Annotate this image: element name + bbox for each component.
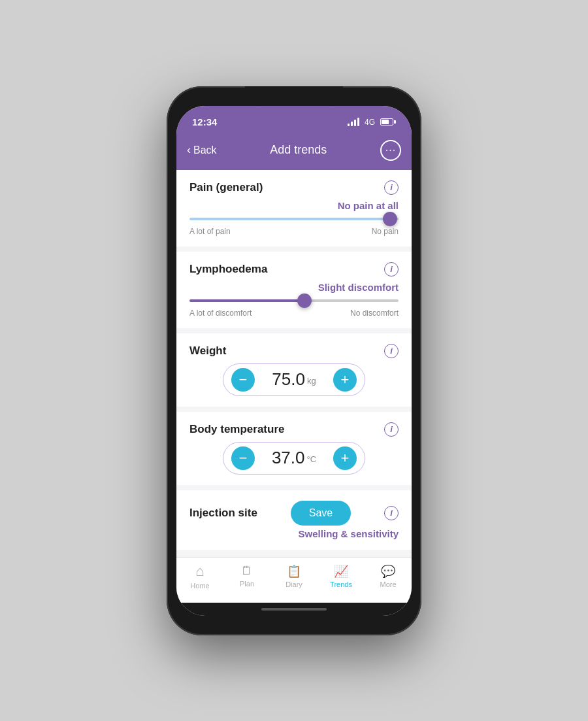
weight-unit: kg xyxy=(307,376,316,386)
pain-slider-container[interactable] xyxy=(189,218,399,220)
lymphoedema-slider-thumb xyxy=(297,293,312,308)
injection-info-button[interactable]: i xyxy=(384,506,399,520)
back-label: Back xyxy=(193,144,217,156)
weight-stepper-container: − 75.0kg + xyxy=(189,363,399,396)
temperature-stepper-container: − 37.0°C + xyxy=(189,442,399,475)
temperature-section: Body temperature i − 37.0°C + xyxy=(176,412,412,485)
temperature-increment-button[interactable]: + xyxy=(333,446,357,470)
phone-screen: 12:34 4G ‹ Ba xyxy=(176,106,412,616)
weight-section: Weight i − 75.0kg + xyxy=(176,333,412,407)
bottom-nav: ⌂ Home 🗒 Plan 📋 Diary 📈 Trends 💬 More xyxy=(176,557,412,603)
app-header: ‹ Back Add trends ··· xyxy=(176,135,412,170)
nav-plan-label: Plan xyxy=(240,580,254,588)
nav-item-home[interactable]: ⌂ Home xyxy=(184,563,216,590)
nav-item-more[interactable]: 💬 More xyxy=(372,564,404,588)
pain-info-button[interactable]: i xyxy=(384,180,399,195)
pain-section: Pain (general) i No pain at all A lot of… xyxy=(176,170,412,246)
nav-more-label: More xyxy=(380,580,396,588)
back-button[interactable]: ‹ Back xyxy=(187,143,217,157)
weight-info-button[interactable]: i xyxy=(384,344,399,358)
injection-site-title: Injection site xyxy=(189,507,257,520)
weight-title: Weight xyxy=(189,344,226,358)
temperature-value: 37.0°C xyxy=(268,448,320,468)
lymph-min-label: A lot of discomfort xyxy=(189,309,252,318)
lymphoedema-info-button[interactable]: i xyxy=(384,262,399,277)
pain-current-label: No pain at all xyxy=(189,200,399,211)
network-label: 4G xyxy=(365,118,375,127)
nav-diary-label: Diary xyxy=(286,580,302,588)
temperature-info-button[interactable]: i xyxy=(384,422,399,437)
weight-stepper: − 75.0kg + xyxy=(223,363,365,396)
lymphoedema-slider-track xyxy=(189,299,399,302)
pain-title: Pain (general) xyxy=(189,181,263,194)
lymphoedema-current-label: Slight discomfort xyxy=(189,282,399,293)
pain-min-label: A lot of pain xyxy=(189,227,231,236)
weight-increment-button[interactable]: + xyxy=(333,368,357,392)
diary-icon: 📋 xyxy=(287,564,301,578)
nav-home-label: Home xyxy=(190,582,209,590)
temperature-unit: °C xyxy=(307,454,317,464)
temperature-stepper: − 37.0°C + xyxy=(223,442,365,475)
save-button[interactable]: Save xyxy=(291,501,351,526)
pain-slider-thumb xyxy=(383,212,397,226)
weight-decrement-button[interactable]: − xyxy=(231,368,255,392)
more-icon: ··· xyxy=(385,144,396,156)
more-button[interactable]: ··· xyxy=(380,140,401,161)
injection-sub-label: Swelling & sensitivity xyxy=(189,528,399,539)
nav-item-diary[interactable]: 📋 Diary xyxy=(278,564,310,588)
back-chevron-icon: ‹ xyxy=(187,143,191,157)
main-content: Pain (general) i No pain at all A lot of… xyxy=(176,170,412,557)
temperature-title: Body temperature xyxy=(189,423,284,436)
pain-slider-track xyxy=(189,218,399,220)
weight-value: 75.0kg xyxy=(268,369,320,390)
battery-icon xyxy=(380,118,396,126)
temperature-decrement-button[interactable]: − xyxy=(231,446,255,470)
more-nav-icon: 💬 xyxy=(381,564,395,578)
status-icons: 4G xyxy=(348,118,396,127)
header-title: Add trends xyxy=(270,143,327,157)
status-time: 12:34 xyxy=(192,116,217,127)
plan-icon: 🗒 xyxy=(241,564,253,578)
home-icon: ⌂ xyxy=(195,563,204,580)
pain-max-label: No pain xyxy=(372,227,399,236)
trends-icon: 📈 xyxy=(334,564,348,578)
lymphoedema-section: Lymphoedema i Slight discomfort A lot of… xyxy=(176,252,412,328)
status-bar: 12:34 4G xyxy=(176,106,412,135)
lymph-max-label: No discomfort xyxy=(350,309,399,318)
lymphoedema-title: Lymphoedema xyxy=(189,263,267,276)
home-indicator xyxy=(176,603,412,616)
lymphoedema-slider-container[interactable] xyxy=(189,299,399,302)
nav-item-plan[interactable]: 🗒 Plan xyxy=(231,564,263,588)
nav-item-trends[interactable]: 📈 Trends xyxy=(325,564,357,588)
nav-trends-label: Trends xyxy=(330,580,352,588)
injection-site-section: Injection site Save i Swelling & sensiti… xyxy=(176,490,412,550)
phone-outer: 12:34 4G ‹ Ba xyxy=(167,86,421,635)
signal-icon xyxy=(348,118,359,126)
